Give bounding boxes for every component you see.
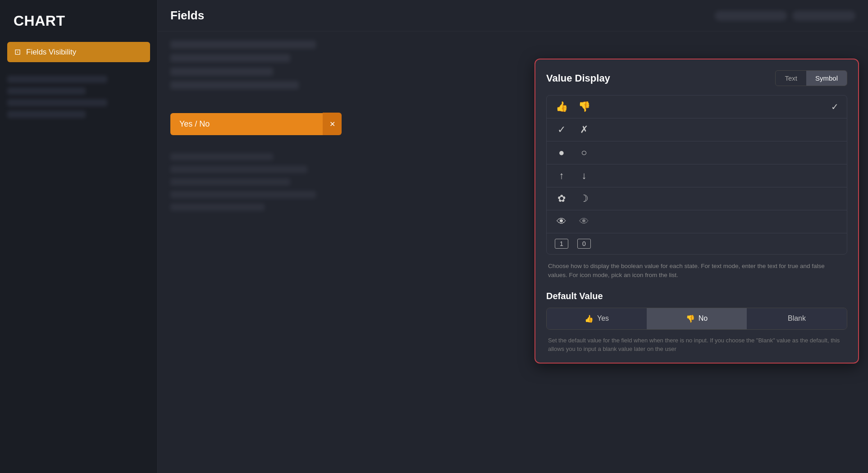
symbol-pair: ✿ ☽ <box>555 193 839 205</box>
default-value-section: Default Value 👍 Yes 👎 No Blank Set the d… <box>546 291 847 354</box>
eye-off-icon: 👁 <box>577 216 591 227</box>
x-icon: ✗ <box>577 124 591 136</box>
up-arrow-icon: ↑ <box>555 170 568 182</box>
thumbs-up-icon: 👍 <box>555 101 568 113</box>
symbol-row-eye[interactable]: 👁 👁 <box>547 210 847 233</box>
zero-box-icon: 0 <box>577 239 591 249</box>
symbol-pair: 1 0 <box>555 239 839 249</box>
panel-description: Choose how to display the boolean value … <box>546 262 847 280</box>
panel-header: Value Display Text Symbol <box>546 70 847 86</box>
main-header: Fields <box>158 0 868 32</box>
symbol-pair: 👍 👎 <box>555 101 831 113</box>
eye-icon: 👁 <box>555 216 568 227</box>
one-box-icon: 1 <box>555 239 568 249</box>
blurred-row <box>170 54 290 62</box>
symbol-row-thumbs[interactable]: 👍 👎 ✓ <box>547 96 847 118</box>
symbol-pair: ● ○ <box>555 147 839 159</box>
blurred-row <box>170 41 316 49</box>
blurred-item <box>7 99 107 106</box>
symbol-row-check-x[interactable]: ✓ ✗ <box>547 118 847 141</box>
blurred-header-pill <box>715 11 787 21</box>
blurred-row <box>170 204 265 211</box>
sidebar-item-label: Fields Visibility <box>26 48 76 57</box>
sun-icon: ✿ <box>555 193 568 205</box>
symbol-toggle-button[interactable]: Symbol <box>806 71 847 86</box>
table-area: Yes / No ✕ Value Display Text Symbol <box>158 32 868 473</box>
symbol-pair: ✓ ✗ <box>555 124 839 136</box>
blurred-row <box>170 191 316 198</box>
check-icon: ✓ <box>555 124 568 136</box>
blurred-row <box>170 68 273 76</box>
blurred-row <box>170 81 299 89</box>
down-arrow-icon: ↓ <box>577 170 591 182</box>
blurred-item <box>7 87 86 95</box>
table-rows-top <box>170 41 342 89</box>
monitor-icon: ⊡ <box>14 47 21 57</box>
symbol-pair: 👁 👁 <box>555 216 839 227</box>
sidebar-blurred-items <box>0 72 157 122</box>
yesno-field[interactable]: Yes / No <box>170 113 323 135</box>
table-rows-below <box>170 153 342 211</box>
blurred-row <box>170 153 273 160</box>
default-no-button[interactable]: 👎 No <box>647 308 747 329</box>
sidebar-title: CHART <box>0 0 157 38</box>
sidebar-item-fields-visibility[interactable]: ⊡ Fields Visibility <box>7 42 150 62</box>
yesno-clear-button[interactable]: ✕ <box>323 113 342 135</box>
default-value-title: Default Value <box>546 291 847 301</box>
default-value-buttons: 👍 Yes 👎 No Blank <box>546 308 847 330</box>
blurred-row <box>170 166 307 173</box>
symbol-row-arrows[interactable]: ↑ ↓ <box>547 164 847 187</box>
blurred-header-pill <box>792 11 855 21</box>
blurred-item <box>7 76 107 83</box>
sidebar-nav: ⊡ Fields Visibility <box>0 38 157 68</box>
symbol-rows-list: 👍 👎 ✓ ✓ ✗ ● ○ <box>546 95 847 255</box>
yesno-field-container: Yes / No ✕ <box>170 113 342 135</box>
panel-title: Value Display <box>546 73 610 84</box>
symbol-row-binary[interactable]: 1 0 <box>547 233 847 254</box>
header-right <box>715 11 855 21</box>
thumbs-up-small-icon: 👍 <box>585 314 594 323</box>
thumbs-down-small-icon: 👎 <box>686 314 695 323</box>
filled-circle-icon: ● <box>555 147 568 159</box>
selected-checkmark-icon: ✓ <box>831 101 839 112</box>
display-toggle: Text Symbol <box>775 70 847 86</box>
bottom-description: Set the default value for the field when… <box>546 336 847 354</box>
blurred-item <box>7 111 86 118</box>
moon-icon: ☽ <box>577 193 591 205</box>
close-icon: ✕ <box>329 120 335 128</box>
symbol-row-circles[interactable]: ● ○ <box>547 141 847 164</box>
empty-circle-icon: ○ <box>577 147 591 159</box>
default-blank-button[interactable]: Blank <box>747 308 847 329</box>
symbol-row-sun-moon[interactable]: ✿ ☽ <box>547 187 847 210</box>
value-display-panel: Value Display Text Symbol 👍 👎 ✓ <box>535 59 859 364</box>
symbol-pair: ↑ ↓ <box>555 170 839 182</box>
default-yes-button[interactable]: 👍 Yes <box>547 308 647 329</box>
blurred-row <box>170 178 290 186</box>
main-content: Fields Yes / No ✕ <box>158 0 868 473</box>
page-title: Fields <box>170 9 204 23</box>
text-toggle-button[interactable]: Text <box>776 71 806 86</box>
sidebar: CHART ⊡ Fields Visibility <box>0 0 158 473</box>
thumbs-down-icon: 👎 <box>577 101 591 113</box>
